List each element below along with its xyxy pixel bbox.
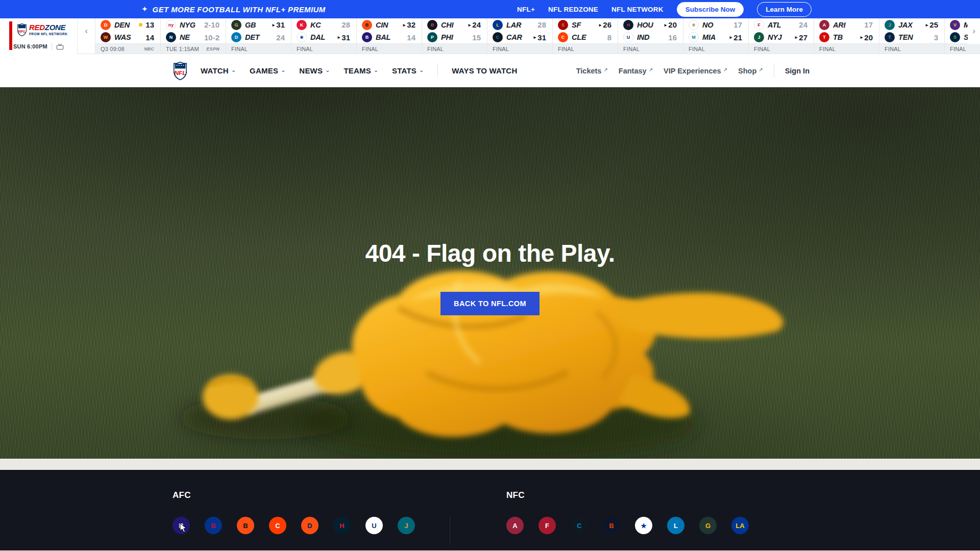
team-logo: H xyxy=(333,517,351,534)
ticker-prev-button[interactable]: ‹ xyxy=(78,18,95,44)
away-team-logo: B xyxy=(362,20,372,30)
game-status-bar: FINAL xyxy=(357,43,422,54)
external-link-icon: ↗ xyxy=(758,67,763,72)
game-status: FINAL xyxy=(885,46,901,52)
game-cell[interactable]: G GB ▸ 31 D DET 24 FINAL xyxy=(226,18,291,54)
nfl-plus-link[interactable]: NFL+ xyxy=(517,6,535,13)
away-team-abbr: SF xyxy=(572,21,581,29)
winner-arrow-icon: ▸ xyxy=(469,22,471,28)
team-logo-link-lar[interactable]: LA xyxy=(731,517,749,534)
team-logo-link-det[interactable]: L xyxy=(667,517,684,534)
game-status: FINAL xyxy=(754,46,770,52)
away-team-abbr: LAR xyxy=(506,21,521,29)
shop-link[interactable]: Shop ↗ xyxy=(738,67,763,75)
game-cell[interactable]: B CIN ▸ 32 B BAL 14 FINAL xyxy=(356,18,422,54)
redzone-channel-card[interactable]: NFL REDZONE FROM NFL NETWORK SUN 6:00PM xyxy=(0,18,78,54)
subscribe-now-button[interactable]: Subscribe Now xyxy=(677,2,744,17)
plus-sparkle-icon: ✦ xyxy=(141,5,148,14)
nav-menu-watch[interactable]: WATCH ⌄ xyxy=(201,66,236,75)
away-team-abbr: KC xyxy=(310,21,321,29)
game-cell[interactable]: H HOU ▸ 20 U IND 16 FINAL xyxy=(618,18,683,54)
nfl-plus-premium-promo[interactable]: ✦ GET MORE FOOTBALL WITH NFL+ PREMIUM xyxy=(141,0,326,18)
tickets-link[interactable]: Tickets ↗ xyxy=(576,67,608,75)
home-team-score: ▸ 20 xyxy=(861,33,873,42)
away-team-logo: B xyxy=(427,20,437,30)
game-cell[interactable]: K KC 28 ★ DAL ▸ 31 FINAL xyxy=(291,18,356,54)
sign-in-link[interactable]: Sign In xyxy=(785,67,810,75)
away-team-logo: G xyxy=(231,20,241,30)
game-cell[interactable]: ⚜ NO 17 M MIA ▸ 21 FINAL xyxy=(683,18,748,54)
score-ticker: NFL REDZONE FROM NFL NETWORK SUN 6:00PM … xyxy=(0,18,980,54)
team-logo-link-cin[interactable]: B xyxy=(237,517,254,534)
home-team-score: ▸ 27 xyxy=(795,33,807,42)
redzone-logo-sub: FROM NFL NETWORK xyxy=(29,33,67,36)
team-logo-link-jax[interactable]: J xyxy=(398,517,415,534)
learn-more-button[interactable]: Learn More xyxy=(757,2,812,17)
nfl-redzone-link[interactable]: NFL REDZONE xyxy=(548,6,598,13)
away-team-abbr: CIN xyxy=(376,21,388,29)
team-logo-link-car[interactable]: C xyxy=(571,517,588,534)
game-cell[interactable]: S SF ▸ 26 C CLE 8 FINAL xyxy=(552,18,618,54)
team-logo: J xyxy=(398,517,415,534)
home-team-score: ▸ 31 xyxy=(338,33,350,42)
home-team-score: 15 xyxy=(471,33,481,42)
team-logo-link-buf[interactable]: B xyxy=(205,517,222,534)
nav-menu-label: STATS xyxy=(392,66,416,75)
home-team-abbr: DAL xyxy=(310,33,325,41)
home-team-abbr: NE xyxy=(180,33,190,41)
game-status: FINAL xyxy=(950,46,966,52)
team-logo-link-atl[interactable]: F xyxy=(538,517,556,534)
ticker-next-button[interactable]: › xyxy=(968,18,980,44)
redzone-accent-bar xyxy=(9,21,12,50)
game-cell[interactable]: L LAR 28 C CAR ▸ 31 FINAL xyxy=(487,18,552,54)
promo-text: GET MORE FOOTBALL WITH NFL+ PREMIUM xyxy=(153,5,326,14)
game-cell[interactable]: ny NYG 2-10 N NE 10-2 TUE 1:15AM ESPN xyxy=(160,18,226,54)
nav-menu-news[interactable]: NEWS ⌄ xyxy=(299,66,330,75)
redzone-logo-red: RED xyxy=(29,23,45,32)
game-cell[interactable]: B CHI ▸ 24 P PHI 15 FINAL xyxy=(422,18,487,54)
team-logo-link-chi[interactable]: B xyxy=(603,517,620,534)
game-cell[interactable]: D DEN 13 W WAS 14 Q3 09:08 NBC xyxy=(95,18,160,54)
winner-arrow-icon: ▸ xyxy=(926,22,928,28)
home-team-logo: P xyxy=(427,32,437,42)
game-cell[interactable]: F ATL 24 J NYJ ▸ 27 FINAL xyxy=(748,18,814,54)
game-cell[interactable]: A ARI 17 T TB ▸ 20 FINAL xyxy=(814,18,879,54)
nfc-label: NFC xyxy=(506,490,749,500)
tv-icon xyxy=(56,43,64,50)
away-team-logo: V xyxy=(950,20,960,30)
back-to-nfl-button[interactable]: BACK TO NFL.COM xyxy=(440,292,540,315)
game-status-bar: FINAL xyxy=(291,43,356,54)
team-logo: B xyxy=(205,517,222,534)
team-logo: B xyxy=(237,517,254,534)
game-cell[interactable]: J JAX ▸ 25 T TEN 3 FINAL xyxy=(879,18,944,54)
game-status: FINAL xyxy=(297,46,313,52)
game-status: FINAL xyxy=(558,46,574,52)
team-logo: LA xyxy=(731,517,749,534)
nav-menu-teams[interactable]: TEAMS ⌄ xyxy=(344,66,378,75)
team-logo-link-hou[interactable]: H xyxy=(333,517,351,534)
team-logo-link-ind[interactable]: U xyxy=(365,517,383,534)
ways-to-watch-link[interactable]: WAYS TO WATCH xyxy=(452,66,517,75)
nav-menu-games[interactable]: GAMES ⌄ xyxy=(250,66,285,75)
external-link-icon: ↗ xyxy=(723,67,727,72)
team-logo-link-dal[interactable]: ★ xyxy=(635,517,652,534)
team-logo: C xyxy=(269,517,286,534)
team-logo-link-gb[interactable]: G xyxy=(699,517,717,534)
nfl-network-link[interactable]: NFL NETWORK xyxy=(611,6,664,13)
away-team-score: ▸ 24 xyxy=(469,20,481,29)
nfc-section: NFC A F C B ★ L G LA xyxy=(506,490,749,534)
home-team-logo: C xyxy=(493,32,503,42)
away-team-score: ▸ 31 xyxy=(273,20,285,29)
nav-menu-stats[interactable]: STATS ⌄ xyxy=(392,66,424,75)
divider xyxy=(450,517,450,544)
vip-experiences-link[interactable]: VIP Experiences ↗ xyxy=(664,67,727,75)
external-link-icon: ↗ xyxy=(649,67,653,72)
fantasy-link[interactable]: Fantasy ↗ xyxy=(619,67,653,75)
redzone-logo-zone: ZONE xyxy=(45,23,65,32)
team-logo-link-den[interactable]: D xyxy=(301,517,318,534)
team-logo-link-ari[interactable]: A xyxy=(506,517,524,534)
team-logo-link-cle[interactable]: C xyxy=(269,517,286,534)
chevron-down-icon: ⌄ xyxy=(231,67,236,73)
team-logo: D xyxy=(301,517,318,534)
nfl-logo[interactable]: NFL xyxy=(174,62,187,80)
